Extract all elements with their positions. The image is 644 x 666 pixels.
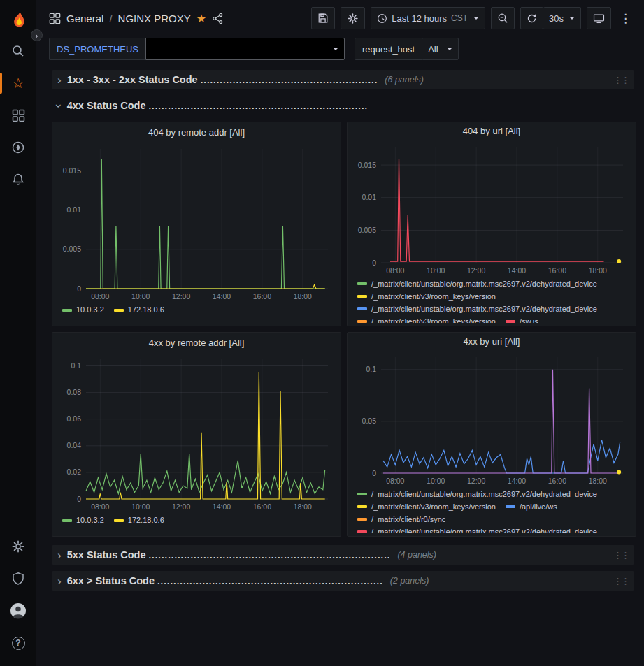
- legend-item[interactable]: /_matrix/client/unstable/org.matrix.msc2…: [357, 488, 597, 500]
- row-drag-handle[interactable]: ⋮⋮: [613, 75, 629, 85]
- time-range-picker[interactable]: Last 12 hours CST: [371, 7, 485, 29]
- y-tick-label: 0.015: [358, 160, 376, 168]
- search-icon: [11, 44, 25, 58]
- breadcrumb-folder[interactable]: General: [66, 13, 103, 24]
- panel-title[interactable]: 4xx by remote addr [All]: [58, 333, 335, 352]
- timeseries-chart-404-by-remote-addr[interactable]: 08:0010:0012:0014:0016:0018:0000.0050.01…: [58, 142, 335, 303]
- x-tick-label: 10:00: [131, 292, 150, 301]
- breadcrumb-dashboard-title[interactable]: NGINX PROXY: [118, 13, 191, 24]
- sidebar-item-dashboards[interactable]: [0, 99, 36, 131]
- timeseries-chart-4xx-by-uri[interactable]: 08:0010:0012:0014:0016:0018:0000.050.1: [353, 350, 630, 487]
- main-area: General / NGINX PROXY ★: [36, 0, 644, 591]
- legend-item[interactable]: /_matrix/client/r0/sync: [357, 514, 445, 526]
- sidebar-item-server-admin[interactable]: [0, 563, 36, 595]
- legend-swatch: [62, 519, 72, 522]
- legend-swatch: [357, 320, 367, 323]
- variable-ds-prometheus: DS_PROMETHEUS: [49, 38, 345, 60]
- panel-title[interactable]: 404 by uri [All]: [353, 122, 630, 140]
- legend-swatch: [357, 518, 367, 521]
- legend-item[interactable]: /_matrix/client/v3/room_keys/version: [357, 316, 496, 323]
- legend-item[interactable]: 172.18.0.6: [114, 304, 164, 316]
- dashboard-submenu: DS_PROMETHEUS request_host All: [36, 36, 644, 67]
- grafana-logo[interactable]: [0, 4, 36, 35]
- dashboard-row-5xx[interactable]: › 5xx Status Code ......................…: [52, 545, 634, 565]
- gear-icon: [11, 540, 25, 553]
- legend-label: /api/live/ws: [520, 501, 557, 513]
- timeseries-chart-404-by-uri[interactable]: 08:0010:0012:0014:0016:0018:0000.0050.01…: [353, 140, 630, 277]
- chevron-down-icon: [569, 17, 575, 20]
- chevron-down-icon: [447, 48, 452, 50]
- timeseries-chart-4xx-by-remote-addr[interactable]: 08:0010:0012:0014:0016:0018:0000.020.040…: [58, 352, 335, 513]
- y-tick-label: 0.08: [67, 388, 82, 396]
- refresh-interval-picker[interactable]: 30s: [543, 7, 581, 29]
- favorite-star-icon[interactable]: ★: [196, 12, 206, 25]
- x-tick-label: 14:00: [213, 502, 231, 511]
- x-tick-label: 08:00: [91, 292, 109, 301]
- legend-item[interactable]: /_matrix/client/unstable/org.matrix.msc2…: [357, 526, 597, 533]
- x-tick-label: 10:00: [427, 477, 445, 485]
- sidebar-expand-button[interactable]: ›: [31, 29, 43, 41]
- legend-swatch: [357, 493, 367, 495]
- legend-item[interactable]: /_matrix/client/v3/room_keys/version: [357, 291, 496, 303]
- y-tick-label: 0: [77, 284, 81, 293]
- x-tick-label: 12:00: [467, 266, 485, 275]
- sidebar-item-search[interactable]: [0, 35, 36, 67]
- sidebar-item-profile[interactable]: [0, 595, 36, 627]
- x-tick-label: 14:00: [508, 266, 526, 275]
- sidebar-item-alerting[interactable]: [0, 164, 36, 196]
- refresh-icon: [527, 13, 537, 24]
- panel-legend: 10.0.3.2172.18.0.6: [58, 303, 335, 323]
- legend-label: 172.18.0.6: [128, 514, 164, 526]
- sidebar-item-help[interactable]: ?: [0, 627, 36, 659]
- legend-item[interactable]: /api/live/ws: [506, 501, 557, 513]
- variable-value-ds-prometheus[interactable]: [145, 38, 345, 60]
- y-tick-label: 0.06: [67, 414, 82, 423]
- x-tick-label: 14:00: [508, 477, 526, 485]
- panel-404-by-remote-addr: 404 by remote addr [All] 08:0010:0012:00…: [52, 122, 341, 326]
- legend-label: /_matrix/client/unstable/org.matrix.msc2…: [371, 526, 597, 533]
- row-dots: ........................................…: [149, 550, 391, 560]
- row-drag-handle[interactable]: ⋮⋮: [613, 550, 629, 560]
- refresh-button[interactable]: [520, 7, 543, 29]
- row-drag-handle[interactable]: ⋮⋮: [613, 576, 629, 586]
- tv-cycle-view-button[interactable]: [587, 7, 611, 29]
- dashboard-settings-button[interactable]: [341, 7, 365, 29]
- dashboard-row-1xx-3xx-2xx[interactable]: › 1xx - 3xx - 2xx Status Code ..........…: [52, 70, 634, 89]
- clock-icon: [377, 13, 387, 24]
- series-line: [383, 440, 620, 472]
- compass-icon: [11, 140, 25, 154]
- legend-label: /_matrix/client/unstable/org.matrix.msc2…: [371, 303, 597, 315]
- share-icon[interactable]: [212, 13, 224, 24]
- sidebar-item-starred[interactable]: ☆: [0, 67, 36, 99]
- panel-legend: /_matrix/client/unstable/org.matrix.msc2…: [353, 487, 630, 533]
- row-title: 5xx Status Code: [67, 549, 146, 560]
- legend-item[interactable]: 172.18.0.6: [114, 514, 164, 526]
- legend-item[interactable]: /_matrix/client/unstable/org.matrix.msc2…: [357, 278, 597, 290]
- refresh-button-group: 30s: [520, 7, 581, 29]
- legend-item[interactable]: /_matrix/client/unstable/org.matrix.msc2…: [357, 303, 597, 315]
- x-tick-label: 16:00: [253, 502, 271, 511]
- dashboard-row-6xx[interactable]: › 6xx > Status Code ....................…: [52, 571, 634, 591]
- legend-label: /_matrix/client/unstable/org.matrix.msc2…: [371, 278, 597, 290]
- sidebar-item-explore[interactable]: [0, 131, 36, 164]
- dashboard-row-4xx[interactable]: › 4xx Status Code ......................…: [52, 96, 634, 115]
- y-tick-label: 0.02: [67, 468, 82, 476]
- variable-label-ds-prometheus: DS_PROMETHEUS: [49, 38, 145, 60]
- legend-item[interactable]: 10.0.3.2: [62, 304, 104, 316]
- panel-title[interactable]: 4xx by uri [All]: [353, 333, 630, 350]
- legend-item[interactable]: /sw.js: [506, 316, 538, 323]
- zoom-out-time-button[interactable]: [491, 7, 515, 29]
- save-dashboard-button[interactable]: [311, 7, 335, 29]
- legend-item[interactable]: 10.0.3.2: [62, 514, 104, 526]
- legend-item[interactable]: /_matrix/client/v3/room_keys/version: [357, 501, 496, 513]
- panel-legend: 10.0.3.2172.18.0.6: [58, 513, 335, 533]
- legend-swatch: [357, 295, 367, 298]
- legend-label: /_matrix/client/v3/room_keys/version: [371, 291, 496, 303]
- sidebar-item-configuration[interactable]: [0, 530, 36, 563]
- avatar: [10, 602, 27, 619]
- legend-label: 10.0.3.2: [76, 514, 104, 526]
- kebab-menu-icon[interactable]: ⋮: [617, 11, 634, 26]
- panel-title[interactable]: 404 by remote addr [All]: [58, 122, 335, 142]
- panel-grid: 404 by remote addr [All] 08:0010:0012:00…: [52, 122, 634, 537]
- variable-value-request-host[interactable]: All: [422, 38, 458, 60]
